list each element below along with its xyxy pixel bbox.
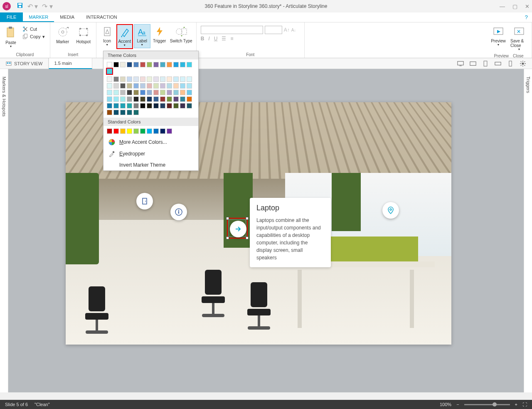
color-swatch[interactable]: [107, 69, 112, 74]
bold-icon[interactable]: B: [201, 36, 204, 42]
paste-button[interactable]: Paste▼: [2, 24, 19, 50]
color-swatch[interactable]: [187, 103, 192, 108]
color-swatch[interactable]: [180, 62, 185, 67]
marker-info[interactable]: [170, 204, 187, 220]
color-swatch[interactable]: [160, 90, 165, 95]
zoom-in-icon[interactable]: +: [515, 402, 517, 407]
color-swatch[interactable]: [140, 76, 145, 82]
color-swatch[interactable]: [127, 103, 132, 108]
color-swatch[interactable]: [153, 128, 159, 134]
font-size-combo[interactable]: [265, 26, 282, 34]
story-view-button[interactable]: STORY VIEW: [0, 58, 49, 69]
color-swatch[interactable]: [153, 103, 159, 108]
color-swatch[interactable]: [127, 110, 132, 115]
save-icon[interactable]: [17, 2, 23, 10]
color-swatch[interactable]: [113, 83, 119, 89]
color-swatch[interactable]: [147, 76, 152, 82]
color-swatch[interactable]: [113, 76, 119, 82]
color-swatch[interactable]: [113, 90, 119, 95]
color-swatch[interactable]: [173, 62, 179, 67]
tab-media[interactable]: MEDIA: [54, 12, 80, 22]
color-swatch[interactable]: [113, 103, 119, 108]
italic-icon[interactable]: I: [208, 36, 209, 42]
save-close-button[interactable]: ✕ Save & Close▼: [509, 24, 529, 53]
slide-tab[interactable]: 1.5 main: [49, 58, 92, 69]
color-swatch[interactable]: [160, 62, 165, 67]
color-swatch[interactable]: [107, 128, 112, 134]
color-swatch[interactable]: [180, 96, 185, 102]
file-tab[interactable]: FILE: [0, 12, 23, 22]
copy-button[interactable]: Copy ▾: [22, 33, 46, 40]
color-swatch[interactable]: [107, 110, 112, 115]
zoom-slider[interactable]: [464, 404, 510, 405]
more-accent-colors[interactable]: MMore Accent Colors...ore Accent Colors.…: [103, 136, 198, 148]
color-swatch[interactable]: [120, 103, 126, 108]
color-swatch[interactable]: [153, 96, 159, 102]
color-swatch[interactable]: [167, 76, 172, 82]
color-swatch[interactable]: [120, 83, 126, 89]
trigger-button[interactable]: Trigger: [151, 24, 168, 45]
hotspot-button[interactable]: Hotspot: [74, 24, 94, 46]
tab-interaction[interactable]: INTERACTION: [80, 12, 123, 22]
color-swatch[interactable]: [113, 110, 119, 115]
color-swatch[interactable]: [133, 83, 139, 89]
icon-button[interactable]: Icon▼: [99, 24, 116, 48]
color-swatch[interactable]: [133, 96, 139, 102]
color-swatch[interactable]: [173, 103, 179, 108]
redo-icon[interactable]: ↷ ▾: [42, 2, 52, 10]
marker-arrow[interactable]: [230, 221, 246, 237]
color-swatch[interactable]: [107, 90, 112, 95]
eyedropper[interactable]: Eyedropper: [103, 148, 198, 160]
color-swatch[interactable]: [147, 83, 152, 89]
color-swatch[interactable]: [127, 90, 132, 95]
color-swatch[interactable]: [113, 96, 119, 102]
color-swatch[interactable]: [153, 76, 159, 82]
color-swatch[interactable]: [133, 110, 139, 115]
tab-marker[interactable]: MARKER: [23, 12, 54, 22]
color-swatch[interactable]: [180, 90, 185, 95]
color-swatch[interactable]: [107, 96, 112, 102]
color-swatch[interactable]: [147, 90, 152, 95]
color-swatch[interactable]: [120, 62, 126, 67]
color-swatch[interactable]: [187, 76, 192, 82]
color-swatch[interactable]: [120, 110, 126, 115]
color-swatch[interactable]: [140, 62, 145, 67]
color-swatch[interactable]: [127, 83, 132, 89]
color-swatch[interactable]: [140, 96, 145, 102]
color-swatch[interactable]: [153, 62, 159, 67]
color-swatch[interactable]: [153, 90, 159, 95]
color-swatch[interactable]: [140, 90, 145, 95]
color-swatch[interactable]: [160, 103, 165, 108]
maximize-icon[interactable]: ▢: [512, 3, 517, 10]
color-swatch[interactable]: [187, 62, 192, 67]
cut-button[interactable]: Cut: [22, 26, 46, 32]
color-swatch[interactable]: [173, 96, 179, 102]
color-swatch[interactable]: [113, 128, 119, 134]
marker-button[interactable]: Marker: [53, 24, 73, 46]
color-swatch[interactable]: [187, 90, 192, 95]
preview-button[interactable]: Preview▼: [488, 24, 508, 48]
invert-marker-theme[interactable]: Invert Marker Theme: [103, 160, 198, 170]
font-family-combo[interactable]: [201, 26, 263, 34]
color-swatch[interactable]: [120, 96, 126, 102]
color-swatch[interactable]: [120, 76, 126, 82]
color-swatch[interactable]: [127, 96, 132, 102]
left-panel-collapsed[interactable]: Markers & Hotspots: [0, 69, 8, 392]
color-swatch[interactable]: [133, 76, 139, 82]
color-swatch[interactable]: [133, 90, 139, 95]
color-swatch[interactable]: [147, 103, 152, 108]
color-swatch[interactable]: [120, 90, 126, 95]
color-swatch[interactable]: [160, 76, 165, 82]
color-swatch[interactable]: [173, 83, 179, 89]
color-swatch[interactable]: [107, 103, 112, 108]
color-swatch[interactable]: [160, 83, 165, 89]
tablet-portrait-icon[interactable]: [482, 61, 489, 67]
color-swatch[interactable]: [133, 103, 139, 108]
color-swatch[interactable]: [167, 83, 172, 89]
bullets-icon[interactable]: ☰: [222, 36, 226, 42]
color-swatch[interactable]: [140, 128, 145, 134]
color-swatch[interactable]: [127, 62, 132, 67]
accent-button[interactable]: Accent▼: [116, 24, 133, 49]
color-swatch[interactable]: [160, 128, 165, 134]
color-swatch[interactable]: [160, 96, 165, 102]
